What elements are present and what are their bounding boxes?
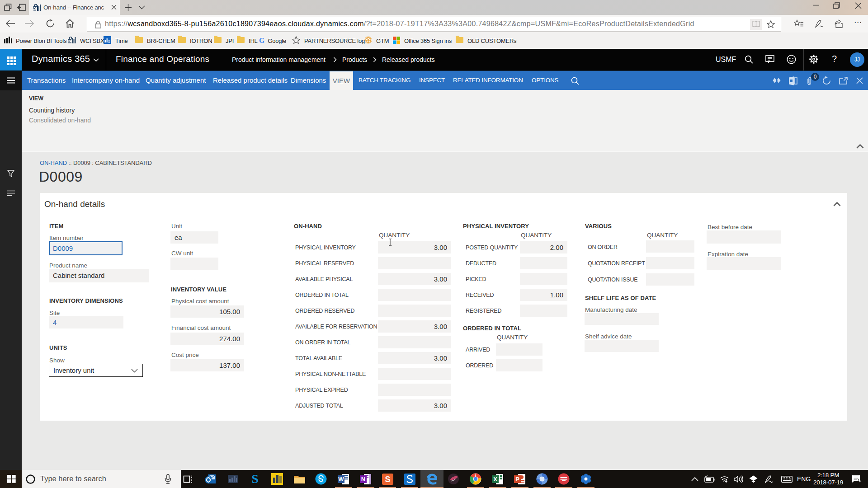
svg-text:N: N: [361, 476, 365, 483]
svg-text:X: X: [493, 476, 497, 483]
svg-text:S: S: [385, 475, 390, 484]
svg-text:W: W: [338, 476, 344, 483]
svg-text:P: P: [515, 476, 519, 483]
